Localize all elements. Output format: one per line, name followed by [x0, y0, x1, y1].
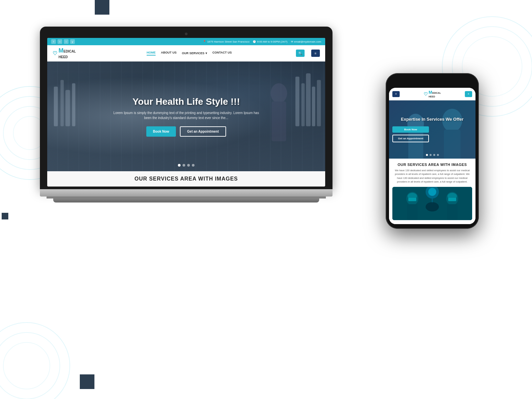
svg-rect-14	[295, 77, 299, 126]
svg-point-38	[426, 202, 439, 211]
hero-buttons: Book Now Get an Appointment	[113, 126, 259, 137]
hero-dot-1[interactable]	[178, 164, 181, 167]
nav-contact[interactable]: CONTACT US	[212, 51, 232, 56]
nav-about[interactable]: ABOUT US	[161, 51, 177, 56]
surgeon-silhouette	[392, 187, 472, 220]
phone-menu-button-2[interactable]: ≡	[465, 91, 472, 97]
laptop-device: f t i y 📍 1675 Harrison Street San Franc…	[40, 27, 339, 202]
phone-logo-heed: HEED	[429, 95, 435, 98]
phone-logo-text: MEDICAL HEED	[429, 90, 441, 98]
email-info: ✉ email@mydomain.com	[291, 40, 321, 43]
logo-heed: HEED	[59, 55, 68, 59]
clock-icon: 🕐	[253, 40, 256, 43]
get-appointment-button[interactable]: Get an Appointment	[180, 126, 226, 137]
phone-services-section: OUR SERVICES AREA WITH IMAGES We have 13…	[389, 159, 475, 224]
site-navbar: ♡ MEDICAL HEED HOME ABOUT US OUR SERVICE…	[47, 45, 325, 62]
site-logo: ♡ MEDICAL HEED	[53, 47, 82, 59]
svg-rect-17	[312, 86, 315, 126]
svg-point-8	[0, 332, 60, 399]
surgery-svg	[392, 187, 472, 220]
chevron-down-icon: ▾	[205, 52, 207, 55]
location-icon: 📍	[203, 40, 206, 43]
hero-dot-2[interactable]	[183, 164, 185, 167]
search-button[interactable]: 🔍	[296, 50, 305, 57]
svg-rect-37	[448, 198, 456, 201]
svg-point-9	[3, 342, 50, 389]
deco-square-top	[95, 0, 109, 15]
hero-dot-4[interactable]	[192, 164, 195, 167]
hero-content: Your Health Life Style !!! Lorem Ipsum i…	[113, 96, 259, 137]
svg-rect-13	[72, 83, 75, 126]
nav-links: HOME ABOUT US OUR SERVICES ▾ CONTACT US	[89, 51, 289, 56]
svg-rect-16	[306, 73, 311, 126]
svg-rect-35	[447, 204, 458, 220]
hero-dot-3[interactable]	[187, 164, 190, 167]
nav-home[interactable]: HOME	[147, 51, 156, 56]
svg-rect-10	[54, 86, 58, 126]
phone-device: ≡ ♡ MEDICAL HEED ≡	[386, 73, 479, 229]
logo-edical: EDICAL	[64, 50, 76, 53]
laptop-body: f t i y 📍 1675 Harrison Street San Franc…	[40, 27, 332, 202]
phone-logo: ♡ MEDICAL HEED	[424, 90, 441, 98]
logo-m: M	[59, 47, 64, 54]
deco-circles-bottom-left	[0, 319, 73, 399]
instagram-icon: i	[64, 39, 68, 44]
topbar-info: 📍 1675 Harrison Street San Francisco 🕐 9…	[203, 40, 321, 43]
twitter-icon: t	[58, 39, 62, 44]
svg-point-7	[0, 323, 70, 399]
svg-rect-18	[317, 80, 321, 126]
email-icon: ✉	[291, 40, 293, 43]
hours-info: 🕐 9:00 AM to 9:00PM (24/7)	[253, 40, 287, 43]
phone-logo-heart: ♡	[424, 91, 428, 97]
hero-slider-dots	[178, 164, 195, 167]
logo-text: MEDICAL HEED	[59, 47, 76, 59]
phone-hero-title: Expertise In Services We Offer	[392, 117, 472, 122]
laptop-bezel: f t i y 📍 1675 Harrison Street San Franc…	[40, 27, 332, 189]
book-now-button[interactable]: Book Now	[146, 126, 176, 137]
menu-button[interactable]: ≡	[311, 50, 320, 57]
address-info: 📍 1675 Harrison Street San Francisco	[203, 40, 249, 43]
phone-navbar: ≡ ♡ MEDICAL HEED ≡	[389, 88, 475, 100]
phone-logo-m: M	[429, 90, 432, 95]
phone-hero-section: Expertise In Services We Offer Book Now …	[389, 100, 475, 159]
deco-square-bottom-left	[80, 374, 94, 389]
hero-description: Lorem Ipsum is simply the dummying text …	[113, 110, 259, 120]
logo-heart-icon: ♡	[53, 50, 57, 57]
facebook-icon: f	[51, 39, 56, 44]
hero-title: Your Health Life Style !!!	[113, 96, 259, 107]
phone-surgery-image	[392, 187, 472, 220]
site-topbar: f t i y 📍 1675 Harrison Street San Franc…	[47, 38, 325, 45]
phone-appointment-button[interactable]: Get an Appointment	[392, 135, 429, 142]
svg-point-19	[271, 83, 287, 103]
services-title: OUR SERVICES AREA WITH IMAGES	[54, 176, 319, 182]
youtube-icon: y	[70, 39, 75, 44]
phone-slider-dots	[426, 154, 439, 156]
laptop-screen: f t i y 📍 1675 Harrison Street San Franc…	[47, 38, 325, 187]
nav-services[interactable]: OUR SERVICES ▾	[182, 51, 207, 56]
svg-rect-15	[301, 83, 305, 126]
phone-menu-button[interactable]: ≡	[392, 91, 400, 97]
svg-rect-11	[61, 80, 64, 126]
svg-rect-12	[66, 90, 70, 126]
phone-services-title: OUR SERVICES AREA WITH IMAGES	[392, 163, 472, 167]
laptop-camera	[185, 33, 188, 35]
svg-rect-20	[272, 101, 286, 141]
phone-dot-3[interactable]	[433, 154, 435, 156]
hero-section: Your Health Life Style !!! Lorem Ipsum i…	[47, 62, 325, 171]
social-icons: f t i y	[51, 39, 75, 44]
phone-logo-edical: EDICAL	[432, 92, 441, 94]
laptop-foot	[53, 199, 319, 202]
phone-dot-2[interactable]	[430, 154, 432, 156]
phone-dot-1[interactable]	[426, 154, 428, 156]
svg-point-28	[428, 188, 436, 196]
services-section: OUR SERVICES AREA WITH IMAGES	[47, 171, 325, 187]
phone-screen: ≡ ♡ MEDICAL HEED ≡	[389, 88, 475, 224]
deco-square-left	[2, 213, 8, 219]
phone-book-now-button[interactable]: Book Now	[392, 126, 429, 133]
phone-notch	[417, 78, 447, 86]
svg-rect-31	[407, 204, 418, 220]
phone-body: ≡ ♡ MEDICAL HEED ≡	[386, 73, 479, 229]
phone-dot-4[interactable]	[437, 154, 439, 156]
phone-hero-content: Expertise In Services We Offer Book Now …	[392, 117, 472, 142]
laptop-base	[40, 189, 332, 197]
